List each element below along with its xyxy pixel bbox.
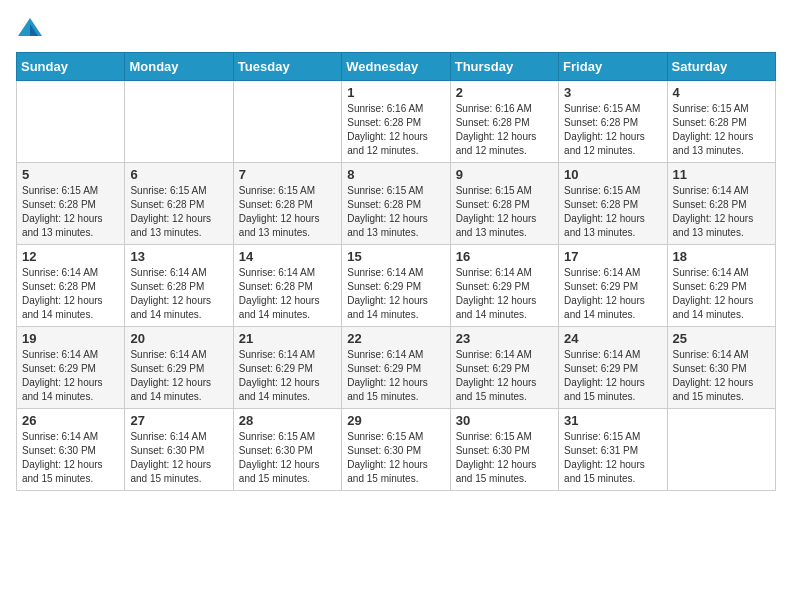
- day-number: 6: [130, 167, 227, 182]
- day-info: Sunrise: 6:14 AM Sunset: 6:29 PM Dayligh…: [456, 348, 553, 404]
- calendar-cell: 27Sunrise: 6:14 AM Sunset: 6:30 PM Dayli…: [125, 409, 233, 491]
- day-number: 12: [22, 249, 119, 264]
- day-number: 7: [239, 167, 336, 182]
- day-info: Sunrise: 6:14 AM Sunset: 6:28 PM Dayligh…: [22, 266, 119, 322]
- day-info: Sunrise: 6:15 AM Sunset: 6:28 PM Dayligh…: [673, 102, 770, 158]
- day-info: Sunrise: 6:15 AM Sunset: 6:31 PM Dayligh…: [564, 430, 661, 486]
- calendar-cell: 15Sunrise: 6:14 AM Sunset: 6:29 PM Dayli…: [342, 245, 450, 327]
- calendar-cell: 30Sunrise: 6:15 AM Sunset: 6:30 PM Dayli…: [450, 409, 558, 491]
- day-number: 29: [347, 413, 444, 428]
- day-number: 11: [673, 167, 770, 182]
- day-number: 1: [347, 85, 444, 100]
- day-info: Sunrise: 6:15 AM Sunset: 6:28 PM Dayligh…: [22, 184, 119, 240]
- day-number: 9: [456, 167, 553, 182]
- calendar-week-row: 26Sunrise: 6:14 AM Sunset: 6:30 PM Dayli…: [17, 409, 776, 491]
- calendar-week-row: 1Sunrise: 6:16 AM Sunset: 6:28 PM Daylig…: [17, 81, 776, 163]
- day-info: Sunrise: 6:14 AM Sunset: 6:28 PM Dayligh…: [239, 266, 336, 322]
- day-number: 20: [130, 331, 227, 346]
- day-number: 18: [673, 249, 770, 264]
- calendar-cell: 18Sunrise: 6:14 AM Sunset: 6:29 PM Dayli…: [667, 245, 775, 327]
- calendar-cell: 22Sunrise: 6:14 AM Sunset: 6:29 PM Dayli…: [342, 327, 450, 409]
- calendar-cell: 31Sunrise: 6:15 AM Sunset: 6:31 PM Dayli…: [559, 409, 667, 491]
- day-info: Sunrise: 6:14 AM Sunset: 6:29 PM Dayligh…: [347, 348, 444, 404]
- calendar-cell: 25Sunrise: 6:14 AM Sunset: 6:30 PM Dayli…: [667, 327, 775, 409]
- weekday-header: Saturday: [667, 53, 775, 81]
- calendar-cell: [125, 81, 233, 163]
- day-info: Sunrise: 6:16 AM Sunset: 6:28 PM Dayligh…: [347, 102, 444, 158]
- calendar-cell: 29Sunrise: 6:15 AM Sunset: 6:30 PM Dayli…: [342, 409, 450, 491]
- calendar-cell: 8Sunrise: 6:15 AM Sunset: 6:28 PM Daylig…: [342, 163, 450, 245]
- calendar-cell: 24Sunrise: 6:14 AM Sunset: 6:29 PM Dayli…: [559, 327, 667, 409]
- day-number: 2: [456, 85, 553, 100]
- day-info: Sunrise: 6:14 AM Sunset: 6:30 PM Dayligh…: [22, 430, 119, 486]
- day-number: 8: [347, 167, 444, 182]
- day-number: 14: [239, 249, 336, 264]
- day-number: 5: [22, 167, 119, 182]
- day-number: 4: [673, 85, 770, 100]
- calendar-cell: 28Sunrise: 6:15 AM Sunset: 6:30 PM Dayli…: [233, 409, 341, 491]
- calendar-cell: 16Sunrise: 6:14 AM Sunset: 6:29 PM Dayli…: [450, 245, 558, 327]
- weekday-header: Wednesday: [342, 53, 450, 81]
- day-info: Sunrise: 6:15 AM Sunset: 6:28 PM Dayligh…: [564, 102, 661, 158]
- day-info: Sunrise: 6:15 AM Sunset: 6:28 PM Dayligh…: [564, 184, 661, 240]
- day-info: Sunrise: 6:16 AM Sunset: 6:28 PM Dayligh…: [456, 102, 553, 158]
- calendar-cell: [233, 81, 341, 163]
- day-info: Sunrise: 6:14 AM Sunset: 6:28 PM Dayligh…: [673, 184, 770, 240]
- day-info: Sunrise: 6:15 AM Sunset: 6:28 PM Dayligh…: [130, 184, 227, 240]
- day-number: 3: [564, 85, 661, 100]
- calendar-cell: 1Sunrise: 6:16 AM Sunset: 6:28 PM Daylig…: [342, 81, 450, 163]
- day-number: 16: [456, 249, 553, 264]
- calendar-cell: 13Sunrise: 6:14 AM Sunset: 6:28 PM Dayli…: [125, 245, 233, 327]
- calendar-header-row: SundayMondayTuesdayWednesdayThursdayFrid…: [17, 53, 776, 81]
- calendar-cell: 3Sunrise: 6:15 AM Sunset: 6:28 PM Daylig…: [559, 81, 667, 163]
- day-number: 19: [22, 331, 119, 346]
- day-info: Sunrise: 6:14 AM Sunset: 6:29 PM Dayligh…: [456, 266, 553, 322]
- weekday-header: Sunday: [17, 53, 125, 81]
- day-info: Sunrise: 6:15 AM Sunset: 6:30 PM Dayligh…: [347, 430, 444, 486]
- day-number: 13: [130, 249, 227, 264]
- day-number: 21: [239, 331, 336, 346]
- day-info: Sunrise: 6:14 AM Sunset: 6:29 PM Dayligh…: [22, 348, 119, 404]
- day-info: Sunrise: 6:15 AM Sunset: 6:28 PM Dayligh…: [347, 184, 444, 240]
- weekday-header: Monday: [125, 53, 233, 81]
- weekday-header: Tuesday: [233, 53, 341, 81]
- day-number: 15: [347, 249, 444, 264]
- day-number: 24: [564, 331, 661, 346]
- calendar-cell: 20Sunrise: 6:14 AM Sunset: 6:29 PM Dayli…: [125, 327, 233, 409]
- day-number: 30: [456, 413, 553, 428]
- day-number: 23: [456, 331, 553, 346]
- logo: [16, 16, 48, 44]
- day-info: Sunrise: 6:14 AM Sunset: 6:30 PM Dayligh…: [673, 348, 770, 404]
- calendar-week-row: 12Sunrise: 6:14 AM Sunset: 6:28 PM Dayli…: [17, 245, 776, 327]
- day-info: Sunrise: 6:15 AM Sunset: 6:30 PM Dayligh…: [456, 430, 553, 486]
- calendar-cell: [667, 409, 775, 491]
- day-number: 27: [130, 413, 227, 428]
- calendar-cell: 14Sunrise: 6:14 AM Sunset: 6:28 PM Dayli…: [233, 245, 341, 327]
- calendar-cell: 12Sunrise: 6:14 AM Sunset: 6:28 PM Dayli…: [17, 245, 125, 327]
- day-info: Sunrise: 6:14 AM Sunset: 6:29 PM Dayligh…: [239, 348, 336, 404]
- day-info: Sunrise: 6:15 AM Sunset: 6:30 PM Dayligh…: [239, 430, 336, 486]
- calendar-cell: 23Sunrise: 6:14 AM Sunset: 6:29 PM Dayli…: [450, 327, 558, 409]
- calendar-cell: 19Sunrise: 6:14 AM Sunset: 6:29 PM Dayli…: [17, 327, 125, 409]
- calendar-cell: 9Sunrise: 6:15 AM Sunset: 6:28 PM Daylig…: [450, 163, 558, 245]
- day-info: Sunrise: 6:14 AM Sunset: 6:29 PM Dayligh…: [673, 266, 770, 322]
- day-info: Sunrise: 6:14 AM Sunset: 6:30 PM Dayligh…: [130, 430, 227, 486]
- calendar-cell: 26Sunrise: 6:14 AM Sunset: 6:30 PM Dayli…: [17, 409, 125, 491]
- calendar-cell: 5Sunrise: 6:15 AM Sunset: 6:28 PM Daylig…: [17, 163, 125, 245]
- calendar-cell: 6Sunrise: 6:15 AM Sunset: 6:28 PM Daylig…: [125, 163, 233, 245]
- day-info: Sunrise: 6:15 AM Sunset: 6:28 PM Dayligh…: [239, 184, 336, 240]
- calendar-cell: 17Sunrise: 6:14 AM Sunset: 6:29 PM Dayli…: [559, 245, 667, 327]
- calendar-cell: [17, 81, 125, 163]
- weekday-header: Friday: [559, 53, 667, 81]
- day-info: Sunrise: 6:14 AM Sunset: 6:29 PM Dayligh…: [564, 348, 661, 404]
- calendar-cell: 21Sunrise: 6:14 AM Sunset: 6:29 PM Dayli…: [233, 327, 341, 409]
- day-info: Sunrise: 6:15 AM Sunset: 6:28 PM Dayligh…: [456, 184, 553, 240]
- weekday-header: Thursday: [450, 53, 558, 81]
- page-header: [16, 16, 776, 44]
- day-number: 17: [564, 249, 661, 264]
- day-info: Sunrise: 6:14 AM Sunset: 6:28 PM Dayligh…: [130, 266, 227, 322]
- calendar-cell: 2Sunrise: 6:16 AM Sunset: 6:28 PM Daylig…: [450, 81, 558, 163]
- logo-icon: [16, 16, 44, 44]
- calendar-table: SundayMondayTuesdayWednesdayThursdayFrid…: [16, 52, 776, 491]
- day-number: 28: [239, 413, 336, 428]
